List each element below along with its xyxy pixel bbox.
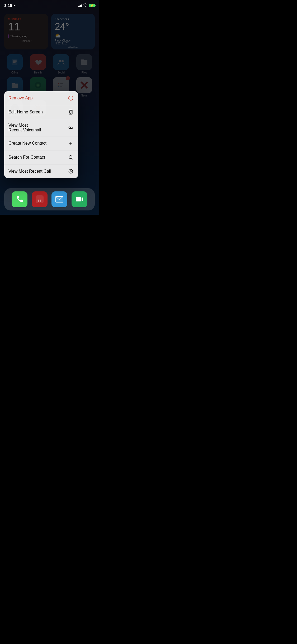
remove-app-label: Remove App: [8, 96, 33, 100]
context-menu: Remove App Edit Home Screen View Most Re…: [4, 91, 78, 178]
location-arrow-icon: ►: [13, 4, 16, 7]
svg-point-35: [69, 155, 72, 159]
svg-marker-44: [82, 197, 83, 201]
time-display: 3:15: [4, 3, 12, 8]
signal-bars: [78, 4, 82, 7]
dock-facetime[interactable]: [72, 191, 87, 207]
signal-bar-2: [79, 6, 80, 7]
svg-point-29: [70, 113, 71, 114]
battery-icon: ⚡: [89, 4, 95, 7]
minus-circle-icon: [68, 95, 74, 101]
status-icons: ⚡: [78, 3, 95, 7]
svg-rect-43: [76, 197, 81, 201]
dock-mail[interactable]: [51, 191, 67, 207]
plus-icon: [68, 140, 74, 146]
clock-icon: [68, 168, 74, 174]
voicemail-icon: [68, 125, 74, 131]
phone-screen-icon: [68, 109, 74, 115]
search-icon: [68, 154, 74, 160]
status-time: 3:15 ►: [4, 3, 16, 8]
recent-call-item[interactable]: View Most Recent Call: [4, 164, 78, 178]
create-contact-label: Create New Contact: [8, 141, 46, 146]
create-contact-item[interactable]: Create New Contact: [4, 136, 78, 150]
svg-text:11: 11: [37, 199, 42, 203]
dock: MON 11: [4, 188, 95, 210]
signal-bar-3: [80, 5, 81, 7]
svg-rect-28: [70, 111, 72, 113]
edit-home-screen-item[interactable]: Edit Home Screen: [4, 105, 78, 119]
status-bar: 3:15 ► ⚡: [0, 0, 99, 9]
signal-bar-4: [81, 4, 82, 7]
recent-call-label: View Most Recent Call: [8, 169, 51, 174]
view-voicemail-item[interactable]: View Most Recent Voicemail: [4, 119, 78, 136]
dock-phone[interactable]: [12, 191, 27, 207]
svg-point-31: [71, 127, 73, 129]
search-contact-label: Search For Contact: [8, 155, 45, 160]
remove-app-item[interactable]: Remove App: [4, 91, 78, 105]
svg-line-36: [72, 158, 73, 160]
search-contact-item[interactable]: Search For Contact: [4, 150, 78, 164]
svg-point-30: [69, 127, 71, 129]
wifi-icon: [83, 3, 87, 7]
view-voicemail-label: View Most Recent Voicemail: [8, 123, 41, 132]
battery-bolt-icon: ⚡: [91, 4, 93, 7]
signal-bar-1: [78, 6, 79, 7]
edit-home-screen-label: Edit Home Screen: [8, 110, 43, 114]
dock-calendar[interactable]: MON 11: [32, 191, 48, 207]
